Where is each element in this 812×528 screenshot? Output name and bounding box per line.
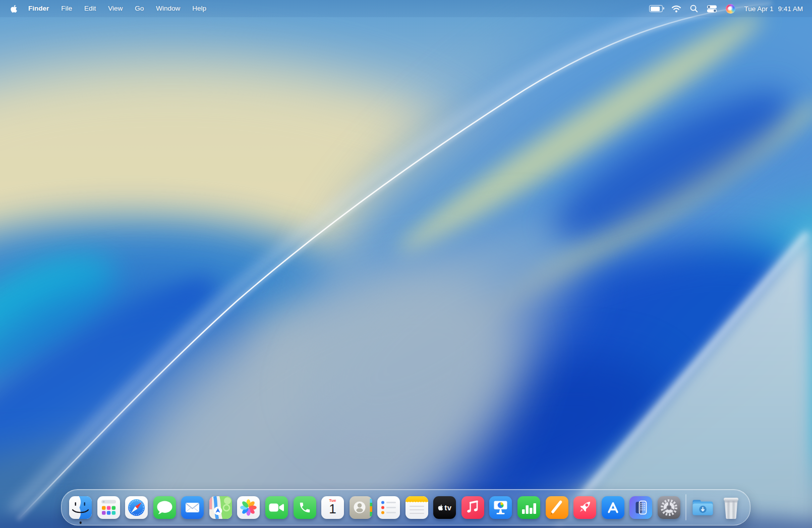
dock-app-numbers[interactable] xyxy=(517,496,540,519)
menu-finder[interactable]: Finder xyxy=(22,0,55,17)
dock-app-facetime[interactable] xyxy=(265,496,288,519)
messages-icon xyxy=(153,496,176,519)
dock-trash[interactable] xyxy=(720,496,742,519)
trash-icon xyxy=(720,496,742,519)
menu-file[interactable]: File xyxy=(55,0,78,17)
safari-icon xyxy=(125,496,148,519)
facetime-icon xyxy=(265,496,288,519)
dock-app-calendar[interactable]: Tue 1 xyxy=(321,496,344,519)
dock-app-appstore[interactable]: A xyxy=(602,496,624,519)
apple-menu-icon[interactable] xyxy=(10,5,22,13)
dock-app-contacts[interactable] xyxy=(350,496,372,519)
dock-app-maps[interactable] xyxy=(209,496,232,519)
apple-logo-icon xyxy=(10,5,18,13)
calendar-icon: Tue 1 xyxy=(321,496,344,519)
dock-app-rocket[interactable] xyxy=(573,496,596,519)
dock-downloads-folder[interactable] xyxy=(691,496,714,519)
wallpaper-art xyxy=(0,0,812,528)
menu-edit[interactable]: Edit xyxy=(78,0,102,17)
contacts-icon xyxy=(350,496,372,519)
apple-tv-icon: tv xyxy=(433,496,456,519)
dock-app-pages[interactable] xyxy=(546,496,568,519)
rocket-icon xyxy=(573,496,596,519)
wifi-icon[interactable] xyxy=(671,5,681,13)
dock-app-tv[interactable]: tv xyxy=(433,496,456,519)
dock-app-phone[interactable] xyxy=(294,496,316,519)
phone-icon xyxy=(294,496,316,519)
finder-running-indicator xyxy=(79,521,82,524)
menubar-date: Tue Apr 1 xyxy=(744,5,773,13)
siri-icon[interactable] xyxy=(726,4,735,14)
apps-launchpad-icon xyxy=(97,496,120,519)
iphone-mirroring-icon xyxy=(629,496,652,519)
dock-app-settings[interactable] xyxy=(658,496,680,519)
desktop-wallpaper xyxy=(0,0,812,528)
spotlight-search-icon[interactable] xyxy=(690,5,698,13)
downloads-folder-icon xyxy=(691,496,714,519)
dock-app-notes[interactable] xyxy=(405,496,428,519)
control-center-icon[interactable] xyxy=(707,5,717,13)
pages-icon xyxy=(546,496,568,519)
dock-app-music[interactable] xyxy=(461,496,484,519)
battery-icon[interactable] xyxy=(649,5,663,12)
dock-app-mail[interactable] xyxy=(181,496,204,519)
photos-icon xyxy=(237,496,260,519)
menu-help[interactable]: Help xyxy=(186,0,212,17)
menu-go[interactable]: Go xyxy=(129,0,150,17)
menu-view[interactable]: View xyxy=(102,0,129,17)
dock: Tue 1 xyxy=(61,489,750,525)
menubar-time: 9:41 AM xyxy=(778,5,803,13)
keynote-icon xyxy=(489,496,512,519)
finder-icon xyxy=(69,496,92,519)
calendar-day: 1 xyxy=(321,502,344,515)
music-icon xyxy=(461,496,484,519)
reminders-icon xyxy=(377,496,400,519)
dock-app-safari[interactable] xyxy=(125,496,148,519)
menubar-clock[interactable]: Tue Apr 1 9:41 AM xyxy=(744,5,803,13)
dock-app-iphone-mirroring[interactable] xyxy=(629,496,652,519)
notes-icon xyxy=(405,496,428,503)
menu-window[interactable]: Window xyxy=(150,0,186,17)
dock-app-finder[interactable] xyxy=(69,496,92,519)
dock-app-messages[interactable] xyxy=(153,496,176,519)
mail-icon xyxy=(181,496,204,519)
system-settings-gear-icon xyxy=(658,496,680,519)
dock-separator xyxy=(685,494,686,520)
dock-app-launchpad[interactable] xyxy=(97,496,120,519)
dock-app-keynote[interactable] xyxy=(489,496,512,519)
maps-icon xyxy=(209,496,232,519)
dock-app-reminders[interactable] xyxy=(377,496,400,519)
app-store-icon xyxy=(602,496,624,519)
dock-app-photos[interactable] xyxy=(237,496,260,519)
numbers-icon xyxy=(517,496,540,519)
menu-bar: Finder File Edit View Go Window Help xyxy=(0,0,812,17)
